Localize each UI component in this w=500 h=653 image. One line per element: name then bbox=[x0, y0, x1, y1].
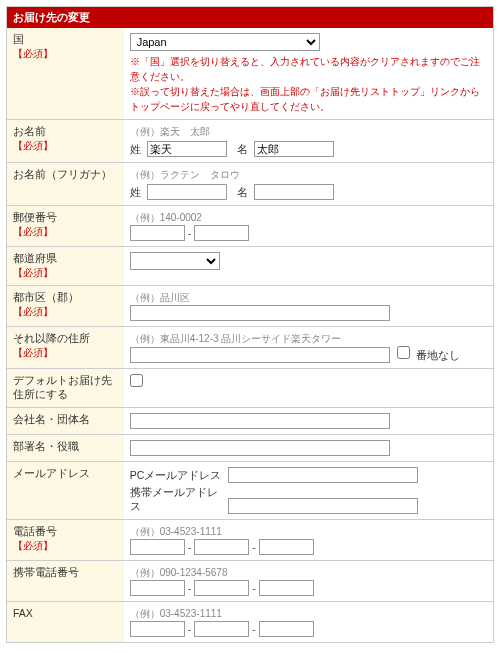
postal2-input[interactable] bbox=[194, 225, 249, 241]
pref-select[interactable] bbox=[130, 252, 220, 270]
city-input[interactable] bbox=[130, 305, 390, 321]
tel1-input[interactable] bbox=[130, 539, 185, 555]
fax1-input[interactable] bbox=[130, 621, 185, 637]
label-tel: 電話番号 【必須】 bbox=[7, 520, 124, 561]
default-checkbox[interactable] bbox=[130, 374, 143, 387]
firstname-input[interactable] bbox=[254, 141, 334, 157]
label-default: デフォルトお届け先住所にする bbox=[7, 369, 124, 408]
country-warning-2: ※誤って切り替えた場合は、画面上部の「お届け先リストトップ」リンクからトップペー… bbox=[130, 84, 487, 114]
company-input[interactable] bbox=[130, 413, 390, 429]
tel3-input[interactable] bbox=[259, 539, 314, 555]
tel2-input[interactable] bbox=[194, 539, 249, 555]
label-mail: メールアドレス bbox=[7, 462, 124, 520]
addr-none-checkbox[interactable] bbox=[397, 346, 410, 359]
label-pref: 都道府県 【必須】 bbox=[7, 247, 124, 286]
label-dept: 部署名・役職 bbox=[7, 435, 124, 462]
label-name: お名前 【必須】 bbox=[7, 120, 124, 163]
mbmail-input[interactable] bbox=[228, 498, 418, 514]
label-city: 都市区（郡） 【必須】 bbox=[7, 286, 124, 327]
label-company: 会社名・団体名 bbox=[7, 408, 124, 435]
kana-firstname-input[interactable] bbox=[254, 184, 334, 200]
fax3-input[interactable] bbox=[259, 621, 314, 637]
country-warning-1: ※「国」選択を切り替えると、入力されている内容がクリアされますのでご注意ください… bbox=[130, 54, 487, 84]
section-edit-header: お届け先の変更 bbox=[7, 7, 493, 28]
fax2-input[interactable] bbox=[194, 621, 249, 637]
mobile2-input[interactable] bbox=[194, 580, 249, 596]
kana-lastname-input[interactable] bbox=[147, 184, 227, 200]
label-mobile: 携帯電話番号 bbox=[7, 561, 124, 602]
mobile3-input[interactable] bbox=[259, 580, 314, 596]
addr-input[interactable] bbox=[130, 347, 390, 363]
dept-input[interactable] bbox=[130, 440, 390, 456]
pcmail-input[interactable] bbox=[228, 467, 418, 483]
mobile1-input[interactable] bbox=[130, 580, 185, 596]
lastname-input[interactable] bbox=[147, 141, 227, 157]
label-addr: それ以降の住所 【必須】 bbox=[7, 327, 124, 369]
label-country: 国 【必須】 bbox=[7, 28, 124, 120]
label-postal: 郵便番号 【必須】 bbox=[7, 206, 124, 247]
label-fax: FAX bbox=[7, 602, 124, 643]
label-kana: お名前（フリガナ） bbox=[7, 163, 124, 206]
postal1-input[interactable] bbox=[130, 225, 185, 241]
country-select[interactable]: Japan bbox=[130, 33, 320, 51]
